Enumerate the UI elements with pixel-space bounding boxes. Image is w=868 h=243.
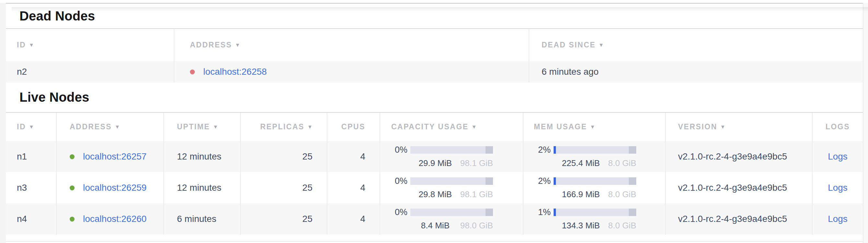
dead-status-dot-icon [190, 70, 195, 74]
live-nodes-title: Live Nodes [20, 90, 89, 105]
cpus-value: 4 [360, 183, 365, 193]
column-header-dead-since[interactable]: DEAD SINCE ▼ [529, 29, 863, 61]
replicas-cell: 25 [240, 141, 327, 172]
version-cell: v2.1.0-rc.2-4-g3e9a4e9bc5 [665, 141, 812, 172]
column-header-mem-usage[interactable]: MEM USAGE ▼ [523, 113, 665, 141]
node-address-link[interactable]: localhost:26259 [83, 183, 147, 193]
cpus-value: 4 [360, 214, 365, 224]
column-header-replicas-label: REPLICAS [260, 123, 304, 131]
mem-total-value: 8.0 GiB [608, 189, 636, 199]
replicas-cell: 25 [240, 172, 327, 204]
uptime-cell: 12 minutes [163, 141, 240, 172]
logs-cell: Logs [812, 172, 863, 204]
uptime-value: 12 minutes [177, 152, 221, 162]
page-right-scrollbar-track[interactable] [863, 3, 868, 243]
top-toolbar-shadow [12, 7, 868, 12]
dead-since-cell: 6 minutes ago [529, 61, 863, 82]
sort-arrow-icon[interactable]: ▼ [472, 124, 477, 130]
capacity-percent: 0% [389, 207, 407, 217]
mem-total-value: 8.0 GiB [608, 158, 636, 168]
live-nodes-table: ID ▼ ADDRESS ▼ UPTIME ▼ REPLICAS ▼ CPUS [6, 113, 863, 235]
uptime-cell: 12 minutes [163, 172, 240, 204]
uptime-cell: 6 minutes [163, 204, 240, 235]
mem-usage-cell: 2% 225.4 MiB 8.0 GiB [523, 141, 665, 172]
node-id-cell: n3 [6, 172, 56, 204]
logs-cell: Logs [812, 141, 863, 172]
replicas-cell: 25 [240, 204, 327, 235]
sort-arrow-icon[interactable]: ▼ [235, 42, 240, 48]
page-left-gutter [0, 3, 6, 243]
logs-link[interactable]: Logs [828, 214, 847, 224]
column-header-uptime-label: UPTIME [177, 123, 210, 131]
node-id: n1 [17, 152, 27, 162]
column-header-id[interactable]: ID ▼ [6, 29, 174, 61]
column-header-id[interactable]: ID ▼ [6, 113, 56, 141]
capacity-total-value: 98.1 GiB [460, 158, 493, 168]
mem-used-value: 166.9 MiB [554, 189, 608, 199]
capacity-usage-bar [410, 146, 493, 154]
sort-arrow-icon[interactable]: ▼ [599, 42, 604, 48]
column-header-mem-usage-label: MEM USAGE [534, 123, 587, 131]
column-header-version[interactable]: VERSION ▼ [665, 113, 812, 141]
table-row-live-node-n3: n3 localhost:26259 12 minutes 25 4 [6, 172, 863, 204]
live-status-dot-icon [70, 217, 74, 221]
capacity-usage-bar [410, 209, 493, 216]
node-id-cell: n2 [6, 61, 174, 82]
usage-bar-reserved-segment [629, 178, 636, 185]
sort-arrow-icon[interactable]: ▼ [115, 124, 120, 130]
capacity-usage-widget: 0% 8.4 MiB 98.0 GiB [380, 207, 493, 231]
capacity-total-value: 98.0 GiB [460, 221, 493, 231]
mem-percent: 2% [532, 176, 551, 186]
mem-usage-widget: 1% 134.3 MiB 8.0 GiB [523, 207, 636, 231]
capacity-usage-widget: 0% 29.8 MiB 98.1 GiB [380, 176, 493, 199]
column-header-replicas[interactable]: REPLICAS ▼ [240, 113, 327, 141]
mem-usage-widget: 2% 166.9 MiB 8.0 GiB [523, 176, 636, 199]
node-address-link[interactable]: localhost:26260 [83, 214, 147, 224]
page-content: Dead Nodes ID ▼ ADDRESS ▼ DEAD SINCE ▼ [6, 3, 863, 242]
usage-bar-reserved-segment [486, 146, 493, 154]
uptime-value: 6 minutes [177, 214, 216, 224]
sort-arrow-icon[interactable]: ▼ [213, 124, 218, 130]
nodes-overview-page: Dead Nodes ID ▼ ADDRESS ▼ DEAD SINCE ▼ [0, 0, 868, 243]
column-header-address[interactable]: ADDRESS ▼ [56, 113, 163, 141]
dead-nodes-table-header: ID ▼ ADDRESS ▼ DEAD SINCE ▼ [6, 29, 863, 61]
mem-used-value: 225.4 MiB [554, 158, 608, 168]
node-address-cell: localhost:26259 [56, 172, 163, 204]
node-address-link[interactable]: localhost:26257 [83, 152, 147, 162]
capacity-percent: 0% [389, 176, 407, 186]
live-nodes-table-header: ID ▼ ADDRESS ▼ UPTIME ▼ REPLICAS ▼ CPUS [6, 113, 863, 141]
version-cell: v2.1.0-rc.2-4-g3e9a4e9bc5 [665, 204, 812, 235]
capacity-used-value: 29.9 MiB [410, 158, 460, 168]
table-row-live-node-n4: n4 localhost:26260 6 minutes 25 4 [6, 204, 863, 235]
sort-arrow-icon[interactable]: ▼ [720, 124, 725, 130]
node-address-link[interactable]: localhost:26258 [203, 66, 267, 77]
column-header-address-label: ADDRESS [190, 40, 232, 49]
sort-arrow-icon[interactable]: ▼ [307, 124, 312, 130]
sort-arrow-icon[interactable]: ▼ [29, 124, 34, 130]
mem-used-value: 134.3 MiB [554, 221, 608, 231]
logs-link[interactable]: Logs [828, 183, 847, 193]
version-cell: v2.1.0-rc.2-4-g3e9a4e9bc5 [665, 172, 812, 204]
logs-link[interactable]: Logs [828, 152, 847, 162]
capacity-usage-cell: 0% 29.9 MiB 98.1 GiB [379, 141, 523, 172]
sort-arrow-icon[interactable]: ▼ [29, 42, 34, 48]
usage-bar-used-segment [554, 146, 556, 154]
capacity-usage-cell: 0% 29.8 MiB 98.1 GiB [379, 172, 523, 204]
sort-arrow-icon[interactable]: ▼ [590, 124, 595, 130]
node-id-cell: n1 [6, 141, 56, 172]
column-header-address-label: ADDRESS [70, 123, 112, 131]
replicas-value: 25 [302, 214, 312, 224]
usage-bar-used-segment [554, 178, 556, 185]
usage-bar-reserved-segment [486, 209, 493, 216]
column-header-address[interactable]: ADDRESS ▼ [174, 29, 529, 61]
replicas-value: 25 [302, 152, 312, 162]
column-header-uptime[interactable]: UPTIME ▼ [163, 113, 240, 141]
node-address-cell: localhost:26258 [174, 61, 529, 82]
mem-usage-bar [554, 209, 636, 216]
table-row-dead-node-n2: n2 localhost:26258 6 minutes ago [6, 61, 863, 82]
column-header-cpus-label: CPUS [341, 123, 365, 131]
cpus-cell: 4 [327, 141, 379, 172]
mem-percent: 2% [532, 145, 551, 155]
column-header-capacity-usage[interactable]: CAPACITY USAGE ▼ [379, 113, 523, 141]
logs-cell: Logs [812, 204, 863, 235]
